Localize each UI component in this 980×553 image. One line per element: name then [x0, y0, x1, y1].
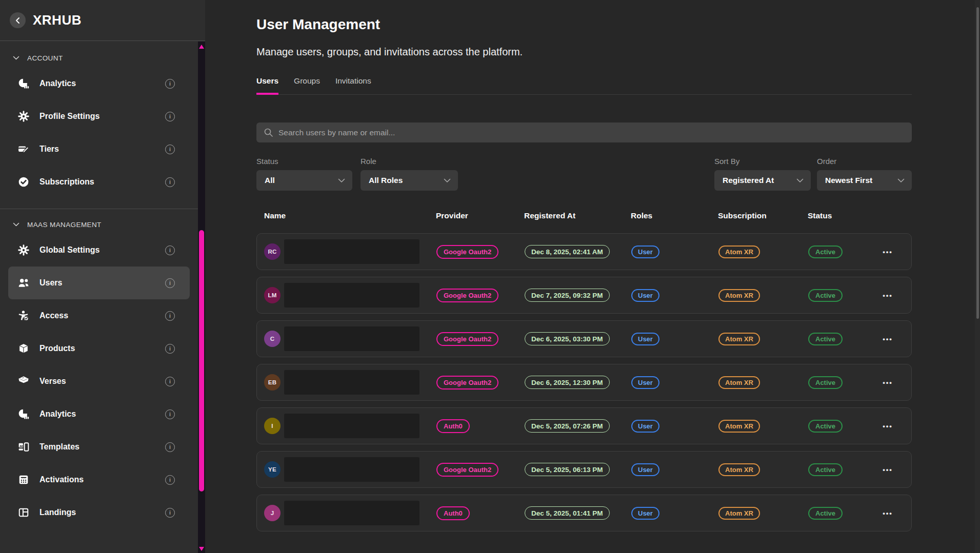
sidebar-item-label: Analytics [39, 409, 165, 419]
avatar: LM [264, 287, 281, 303]
subscription-badge: Atom XR [718, 333, 760, 345]
sidebar-item-users[interactable]: Users i [8, 267, 190, 299]
check-circle-icon [17, 176, 30, 188]
row-actions-button[interactable]: ••• [877, 335, 898, 343]
sidebar-item-label: Global Settings [39, 245, 165, 255]
tab-groups[interactable]: Groups [294, 76, 320, 95]
subscription-badge: Atom XR [718, 245, 760, 258]
role-filter-label: Role [361, 157, 458, 166]
table-row: EB Google Oauth2 Dec 6, 2025, 12:30 PM U… [256, 364, 912, 401]
row-actions-button[interactable]: ••• [877, 466, 898, 474]
row-actions-button[interactable]: ••• [877, 379, 898, 386]
section-header-maas-management[interactable]: MAAS MANAGEMENT [8, 215, 190, 234]
table-row: C Google Oauth2 Dec 6, 2025, 03:30 PM Us… [256, 320, 912, 357]
sidebar-item-verses[interactable]: Verses i [8, 365, 190, 398]
registered-at-badge: Dec 7, 2025, 09:32 PM [525, 289, 610, 302]
column-header-status: Status [808, 211, 877, 220]
section-label: ACCOUNT [27, 54, 63, 62]
info-icon[interactable]: i [165, 475, 175, 485]
table-row: J Auth0 Dec 5, 2025, 01:41 PM User Atom … [256, 495, 912, 531]
row-actions-button[interactable]: ••• [877, 422, 898, 430]
search-bar[interactable] [256, 122, 912, 142]
status-badge: Active [808, 463, 843, 476]
registered-at-badge: Dec 8, 2025, 02:41 AM [525, 245, 610, 258]
role-badge: User [631, 245, 659, 258]
scrollbar-up-arrow[interactable] [199, 45, 204, 49]
column-header-subscription: Subscription [718, 211, 808, 220]
search-input[interactable] [278, 128, 905, 137]
column-header-provider: Provider [436, 211, 524, 220]
sidebar-item-tiers[interactable]: Tiers i [8, 133, 190, 166]
section-label: MAAS MANAGEMENT [27, 221, 102, 229]
info-icon[interactable]: i [165, 112, 175, 121]
sort-by-select[interactable]: Registered At [714, 170, 811, 191]
avatar: EB [264, 374, 281, 391]
provider-badge: Google Oauth2 [436, 289, 498, 302]
app-title: XRHUB [33, 12, 82, 28]
info-icon[interactable]: i [165, 377, 175, 386]
section-header-account[interactable]: ACCOUNT [8, 49, 190, 67]
info-icon[interactable]: i [165, 245, 175, 255]
page-scrollbar-thumb[interactable] [976, 7, 979, 319]
layout-panes-icon [17, 506, 30, 519]
keypad-icon [17, 474, 30, 486]
info-icon[interactable]: i [165, 442, 175, 452]
role-filter-select[interactable]: All Roles [361, 170, 458, 191]
sidebar-item-global-settings[interactable]: Global Settings i [8, 234, 190, 267]
provider-badge: Google Oauth2 [436, 245, 498, 259]
sidebar-item-subscriptions[interactable]: Subscriptions i [8, 166, 190, 198]
redacted-name [284, 326, 419, 351]
order-select[interactable]: Newest First [817, 170, 912, 191]
sidebar-scrollbar[interactable] [198, 42, 205, 553]
info-icon[interactable]: i [165, 344, 175, 354]
table-header: Name Provider Registered At Roles Subscr… [256, 211, 912, 220]
chevron-down-icon [897, 178, 905, 183]
pie-chart-icon [17, 408, 30, 420]
sidebar-item-label: Analytics [39, 79, 165, 88]
tab-users[interactable]: Users [256, 76, 278, 95]
sidebar-item-templates[interactable]: Templates i [8, 431, 190, 463]
sidebar-item-landings[interactable]: Landings i [8, 496, 190, 529]
status-filter-select[interactable]: All [256, 170, 352, 191]
sidebar-collapse-button[interactable] [10, 12, 26, 28]
page-subtitle: Manage users, groups, and invitations ac… [256, 46, 912, 58]
sidebar-item-activations[interactable]: Activations i [8, 463, 190, 496]
redacted-name [284, 414, 419, 438]
sidebar-item-label: Landings [39, 508, 165, 517]
info-icon[interactable]: i [165, 278, 175, 288]
status-badge: Active [808, 245, 843, 258]
sidebar-item-access[interactable]: Access i [8, 299, 190, 332]
info-icon[interactable]: i [165, 409, 175, 419]
registered-at-badge: Dec 6, 2025, 03:30 PM [525, 332, 610, 345]
info-icon[interactable]: i [165, 177, 175, 187]
sidebar-item-analytics[interactable]: Analytics i [8, 67, 190, 100]
page-scrollbar[interactable] [975, 0, 980, 553]
sidebar-item-analytics-2[interactable]: Analytics i [8, 398, 190, 431]
scrollbar-down-arrow[interactable] [199, 547, 204, 551]
subscription-badge: Atom XR [718, 376, 760, 389]
status-badge: Active [808, 420, 843, 433]
provider-badge: Google Oauth2 [436, 376, 498, 390]
sidebar-item-products[interactable]: Products i [8, 332, 190, 365]
info-icon[interactable]: i [165, 79, 175, 89]
row-actions-button[interactable]: ••• [877, 248, 898, 256]
tab-invitations[interactable]: Invitations [335, 76, 371, 95]
role-badge: User [631, 376, 659, 389]
info-icon[interactable]: i [165, 145, 175, 154]
sidebar-nav: ACCOUNT Analytics i Profile Settings i [0, 42, 198, 553]
redacted-name [284, 501, 419, 525]
row-actions-button[interactable]: ••• [877, 292, 898, 299]
provider-badge: Google Oauth2 [436, 332, 498, 346]
pie-chart-icon [17, 77, 30, 90]
role-badge: User [631, 333, 659, 345]
column-header-registered-at: Registered At [524, 211, 631, 220]
sidebar-item-profile-settings[interactable]: Profile Settings i [8, 100, 190, 133]
column-header-name: Name [256, 211, 436, 220]
scrollbar-thumb[interactable] [199, 230, 204, 491]
info-icon[interactable]: i [165, 311, 175, 321]
info-icon[interactable]: i [165, 508, 175, 518]
table-row: LM Google Oauth2 Dec 7, 2025, 09:32 PM U… [256, 277, 912, 314]
order-filter-label: Order [817, 157, 912, 166]
row-actions-button[interactable]: ••• [877, 509, 898, 517]
role-badge: User [631, 420, 659, 433]
